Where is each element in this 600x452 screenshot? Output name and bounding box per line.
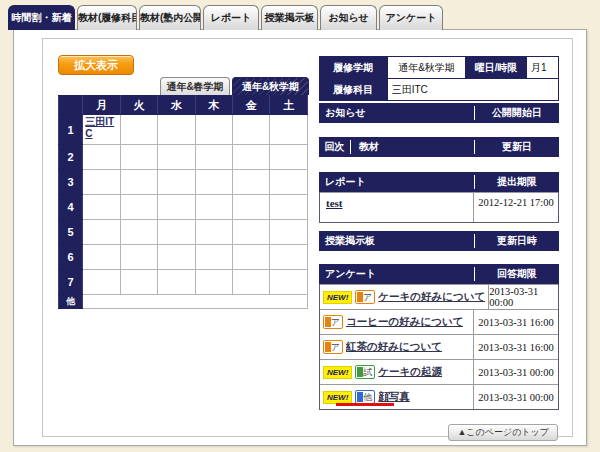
report-link-test[interactable]: test <box>326 197 343 209</box>
timetable-cell <box>233 220 270 245</box>
tab-survey[interactable]: アンケート <box>379 5 443 30</box>
season-tab-bar: 通年&春学期 通年&秋学期 <box>160 77 309 95</box>
survey-row: ア 紅茶の好みについて 2013-03-31 16:00 <box>320 334 558 359</box>
expand-view-button[interactable]: 拡大表示 <box>58 55 134 75</box>
course-link-mita-itc[interactable]: 三田ITC <box>85 116 115 140</box>
timetable-grid: 月 火 水 木 金 土 1 三田ITC <box>58 95 308 309</box>
timetable-row-5: 5 <box>59 220 308 245</box>
timetable-row-4: 4 <box>59 195 308 220</box>
survey-deadline: 2013-03-31 00:00 <box>473 385 558 409</box>
timetable-cell <box>120 170 157 195</box>
timetable-cell <box>83 270 120 295</box>
survey-deadline: 2013-03-31 00:00 <box>488 285 558 309</box>
term-value: 通年&秋学期 <box>387 57 466 79</box>
timetable-cell <box>233 270 270 295</box>
content-panel: 拡大表示 通年&春学期 通年&秋学期 月 火 水 木 金 土 <box>13 29 587 446</box>
timetable-row-6: 6 <box>59 245 308 270</box>
survey-link-tea-preference[interactable]: 紅茶の好みについて <box>346 340 442 354</box>
timetable-cell-other <box>83 295 308 309</box>
board-title: 授業掲示板 <box>319 234 474 248</box>
timetable-cell <box>158 145 195 170</box>
term-label: 履修学期 <box>320 57 388 79</box>
day-header-tue: 火 <box>120 96 157 115</box>
surveys-header-bar: アンケート 回答期限 <box>319 264 559 284</box>
other-type-icon: 他 <box>355 390 375 404</box>
timetable-cell <box>233 170 270 195</box>
survey-link-face-photo[interactable]: 顔写真 <box>378 390 410 404</box>
timetable-cell <box>158 270 195 295</box>
timetable-cell <box>195 170 232 195</box>
timetable-cell <box>83 170 120 195</box>
tab-materials-courses[interactable]: 教材(履修科目) <box>77 5 137 30</box>
timetable-cell <box>120 145 157 170</box>
period-label-2: 2 <box>59 145 83 170</box>
timetable-cell <box>195 220 232 245</box>
tab-materials-public[interactable]: 教材(塾内公開) <box>139 5 201 30</box>
reports-header-bar: レポート 提出期限 <box>319 172 559 192</box>
timetable-cell <box>158 245 195 270</box>
tab-reports[interactable]: レポート <box>203 5 259 30</box>
timetable-and-updates-box: 拡大表示 通年&春学期 通年&秋学期 月 火 水 木 金 土 <box>42 38 573 437</box>
survey-type-icon: ア <box>323 315 343 329</box>
survey-row: ア コーヒーの好みについて 2013-03-31 16:00 <box>320 309 558 334</box>
materials-title: 教材 <box>351 140 474 154</box>
timetable-row-3: 3 <box>59 170 308 195</box>
tab-class-board[interactable]: 授業掲示板 <box>261 5 318 30</box>
timetable-cell <box>270 145 308 170</box>
tab-timetable-new[interactable]: 時間割・新着 <box>8 5 75 30</box>
survey-row: NEW! 試 ケーキの起源 2013-03-31 00:00 <box>320 359 558 384</box>
timetable-cell <box>233 145 270 170</box>
survey-deadline: 2013-03-31 16:00 <box>473 310 558 334</box>
timetable-cell <box>195 245 232 270</box>
survey-deadline: 2013-03-31 00:00 <box>473 360 558 384</box>
timetable-cell <box>83 145 120 170</box>
survey-type-icon: ア <box>355 290 375 304</box>
period-label-6: 6 <box>59 245 83 270</box>
timetable-cell <box>120 220 157 245</box>
timetable-cell <box>195 270 232 295</box>
timetable-row-1: 1 三田ITC <box>59 115 308 145</box>
tab-news[interactable]: お知らせ <box>320 5 377 30</box>
timetable-cell <box>270 270 308 295</box>
surveys-date-header: 回答期限 <box>474 267 559 281</box>
timetable-cell <box>120 245 157 270</box>
timetable-cell <box>158 195 195 220</box>
timetable-cell <box>233 245 270 270</box>
survey-deadline: 2013-03-31 16:00 <box>473 335 558 359</box>
survey-link-coffee-preference[interactable]: コーヒーの好みについて <box>346 315 463 329</box>
report-deadline: 2012-12-21 17:00 <box>473 193 558 222</box>
annotation-underline <box>336 403 394 406</box>
timetable-cell <box>83 195 120 220</box>
survey-link-cake-origin[interactable]: ケーキの起源 <box>378 365 442 379</box>
period-label-5: 5 <box>59 220 83 245</box>
period-label-7: 7 <box>59 270 83 295</box>
timetable-cell <box>158 170 195 195</box>
timetable-corner <box>59 96 83 115</box>
surveys-title: アンケート <box>319 267 474 281</box>
timetable-cell <box>120 115 157 145</box>
timetable-header-row: 月 火 水 木 金 土 <box>59 96 308 115</box>
timetable-cell <box>233 195 270 220</box>
news-date-header: 公開開始日 <box>474 106 559 120</box>
board-date-header: 更新日時 <box>474 234 559 248</box>
reports-date-header: 提出期限 <box>474 175 559 189</box>
new-badge: NEW! <box>323 291 352 304</box>
period-label-1: 1 <box>59 115 83 145</box>
timetable-cell <box>270 195 308 220</box>
timetable-row-7: 7 <box>59 270 308 295</box>
timetable-cell <box>195 115 232 145</box>
timetable-cell <box>233 115 270 145</box>
timetable-cell <box>158 115 195 145</box>
survey-link-cake-preference[interactable]: ケーキの好みについて <box>378 290 485 304</box>
day-header-wed: 水 <box>158 96 195 115</box>
page-top-button[interactable]: ▲このページのトップ <box>448 424 558 441</box>
survey-row: NEW! 他 顔写真 2013-03-31 00:00 <box>320 384 558 409</box>
season-tab-autumn[interactable]: 通年&秋学期 <box>232 77 309 95</box>
season-tab-spring[interactable]: 通年&春学期 <box>160 77 230 95</box>
materials-date-header: 更新日 <box>474 140 559 154</box>
timetable-cell <box>270 115 308 145</box>
materials-round-header: 回次 <box>319 140 351 154</box>
timetable-cell <box>83 220 120 245</box>
main-tab-bar: 時間割・新着 教材(履修科目) 教材(塾内公開) レポート 授業掲示板 お知らせ… <box>8 5 443 30</box>
new-badge: NEW! <box>323 366 352 379</box>
